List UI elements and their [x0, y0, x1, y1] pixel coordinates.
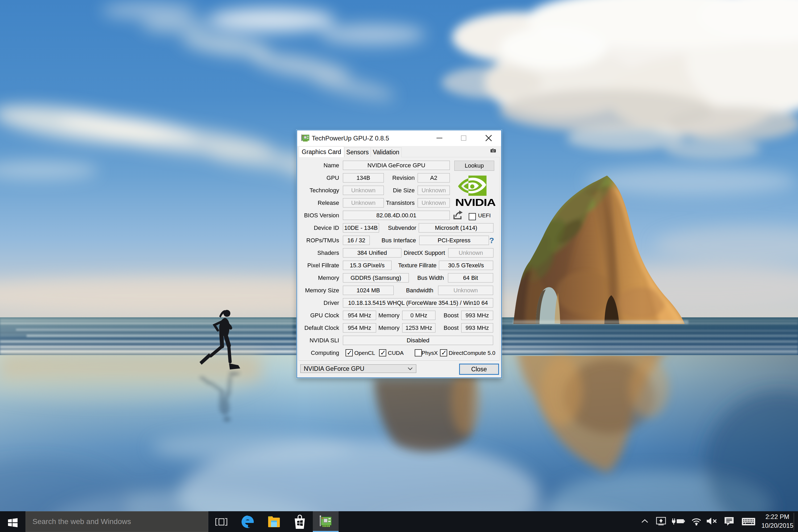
svg-text:NVIDIA: NVIDIA [455, 197, 495, 207]
